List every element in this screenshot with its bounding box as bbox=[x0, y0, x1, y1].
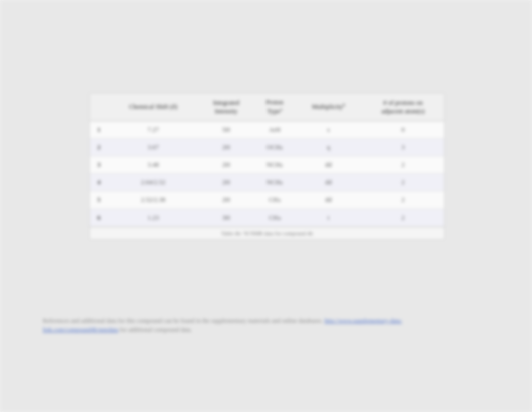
cell-integrated-intensity: 2H bbox=[198, 191, 254, 209]
cell-num: 1 bbox=[90, 121, 108, 139]
cell-num: 6 bbox=[90, 209, 108, 227]
table-row: 3 3.48 2H NCH₂ dd 2 bbox=[90, 156, 444, 174]
col-header-num bbox=[90, 93, 108, 121]
cell-adjacent-protons: 2 bbox=[362, 156, 444, 174]
cell-adjacent-protons: 3 bbox=[362, 139, 444, 156]
table-footer: Table 4b: ¹H NMR data for compound 4b bbox=[90, 227, 444, 239]
cell-integrated-intensity: 2H bbox=[198, 156, 254, 174]
cell-num: 4 bbox=[90, 174, 108, 191]
cell-integrated-intensity: 3H bbox=[198, 209, 254, 227]
cell-proton-type: NCH₂ bbox=[254, 156, 295, 174]
cell-num: 5 bbox=[90, 191, 108, 209]
cell-multiplicity: dd bbox=[295, 174, 362, 191]
cell-chemical-shift: 2.64/2.52 bbox=[108, 174, 198, 191]
bottom-text-main: References and additional data for this … bbox=[43, 317, 323, 324]
cell-adjacent-protons: 0 bbox=[362, 121, 444, 139]
bottom-text-section: References and additional data for this … bbox=[43, 316, 408, 334]
cell-proton-type: NCH₂ bbox=[254, 174, 295, 191]
bottom-text-suffix: for additional compound data. bbox=[120, 326, 192, 333]
cell-multiplicity: t bbox=[295, 209, 362, 227]
cell-chemical-shift: 2.52/2.38 bbox=[108, 191, 198, 209]
table-row: 4 2.64/2.52 2H NCH₂ dd 2 bbox=[90, 174, 444, 191]
cell-proton-type: CH₂ bbox=[254, 191, 295, 209]
col-header-adjacent-protons: # of protons onadjacent atom(s) bbox=[362, 93, 444, 121]
cell-multiplicity: dd bbox=[295, 191, 362, 209]
col-header-proton-type: ProtonTypea bbox=[254, 93, 295, 121]
table-row: 1 7.27 5H ArH s 0 bbox=[90, 121, 444, 139]
cell-proton-type: OCH₂ bbox=[254, 139, 295, 156]
cell-multiplicity: s bbox=[295, 121, 362, 139]
cell-chemical-shift: 1.23 bbox=[108, 209, 198, 227]
cell-adjacent-protons: 2 bbox=[362, 174, 444, 191]
cell-integrated-intensity: 2H bbox=[198, 139, 254, 156]
col-header-chemical-shift: Chemical Shift (δ) bbox=[108, 93, 198, 121]
cell-integrated-intensity: 2H bbox=[198, 174, 254, 191]
table-row: 5 2.52/2.38 2H CH₂ dd 2 bbox=[90, 191, 444, 209]
cell-chemical-shift: 7.27 bbox=[108, 121, 198, 139]
cell-adjacent-protons: 2 bbox=[362, 191, 444, 209]
cell-integrated-intensity: 5H bbox=[198, 121, 254, 139]
nmr-data-table: Chemical Shift (δ) IntegratedIntensity P… bbox=[89, 93, 445, 240]
cell-proton-type: CH₃ bbox=[254, 209, 295, 227]
col-header-multiplicity: Multiplicityb bbox=[295, 93, 362, 121]
table-row: 6 1.23 3H CH₃ t 2 bbox=[90, 209, 444, 227]
cell-chemical-shift: 3.67 bbox=[108, 139, 198, 156]
table-header-row: Chemical Shift (δ) IntegratedIntensity P… bbox=[90, 93, 444, 121]
cell-chemical-shift: 3.48 bbox=[108, 156, 198, 174]
cell-multiplicity: dd bbox=[295, 156, 362, 174]
cell-adjacent-protons: 2 bbox=[362, 209, 444, 227]
cell-num: 2 bbox=[90, 139, 108, 156]
table-row: 2 3.67 2H OCH₂ q 3 bbox=[90, 139, 444, 156]
cell-multiplicity: q bbox=[295, 139, 362, 156]
col-header-integrated-intensity: IntegratedIntensity bbox=[198, 93, 254, 121]
cell-num: 3 bbox=[90, 156, 108, 174]
cell-proton-type: ArH bbox=[254, 121, 295, 139]
